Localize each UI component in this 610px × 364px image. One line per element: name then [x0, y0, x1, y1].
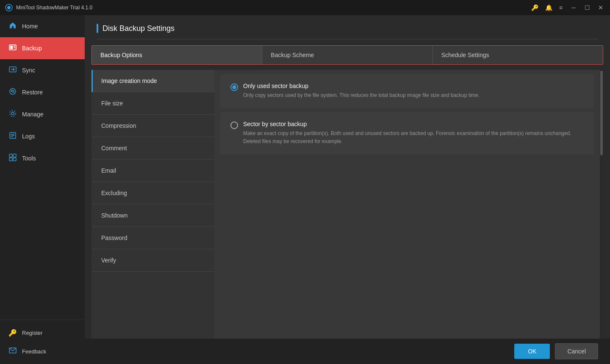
sidebar-label-restore: Restore	[22, 89, 43, 96]
titlebar-icon-group: 🔑 🔔 ≡	[531, 4, 563, 11]
register-icon: 🔑	[8, 329, 17, 337]
options-panel: Only used sector backup Only copy sector…	[214, 70, 600, 339]
tab-backup-scheme[interactable]: Backup Scheme	[262, 46, 433, 64]
sidebar-item-register[interactable]: 🔑 Register	[0, 323, 85, 342]
sidebar-label-logs: Logs	[22, 133, 35, 140]
radio-used-sector-content: Only used sector backup Only copy sector…	[243, 83, 480, 99]
svg-rect-14	[13, 158, 16, 161]
logs-icon	[8, 132, 17, 141]
options-item-verify[interactable]: Verify	[92, 249, 214, 272]
options-item-password[interactable]: Password	[92, 227, 214, 249]
restore-icon	[8, 88, 17, 97]
svg-rect-13	[9, 158, 12, 161]
scrollbar-thumb[interactable]	[600, 71, 603, 155]
page-header: Disk Backup Settings	[85, 15, 610, 45]
sidebar-nav: Home Backup	[0, 15, 85, 320]
options-item-comment[interactable]: Comment	[92, 137, 214, 160]
sidebar-label-backup: Backup	[22, 45, 42, 52]
options-item-compression[interactable]: Compression	[92, 115, 214, 137]
radio-sector-by-sector-desc: Make an exact copy of the partition(s). …	[243, 130, 584, 146]
page-title-row: Disk Backup Settings	[97, 24, 598, 39]
sidebar-item-feedback[interactable]: Feedback	[0, 342, 85, 361]
radio-row-sector-by-sector: Sector by sector backup Make an exact co…	[230, 121, 584, 146]
scrollbar-track[interactable]	[600, 70, 603, 339]
radio-row-used-sector: Only used sector backup Only copy sector…	[230, 83, 584, 99]
radio-used-sector-desc: Only copy sectors used by the file syste…	[243, 91, 480, 99]
manage-icon	[8, 110, 17, 119]
sidebar-bottom: 🔑 Register Feedback	[0, 320, 85, 364]
svg-rect-11	[9, 154, 12, 157]
svg-rect-12	[13, 154, 16, 157]
svg-point-9	[10, 110, 16, 116]
sync-icon	[8, 66, 17, 75]
menu-icon[interactable]: ≡	[559, 4, 563, 11]
radio-sector-by-sector-label: Sector by sector backup	[243, 121, 584, 127]
svg-point-8	[11, 112, 14, 115]
feedback-icon	[8, 347, 17, 355]
dialog-body: Image creation mode File size Compressio…	[92, 70, 603, 339]
radio-used-sector[interactable]	[230, 83, 238, 91]
close-button[interactable]: ✕	[596, 4, 605, 11]
tab-schedule-settings[interactable]: Schedule Settings	[433, 46, 603, 64]
page-title: Disk Backup Settings	[103, 24, 175, 33]
sidebar-label-home: Home	[22, 23, 38, 30]
options-item-shutdown[interactable]: Shutdown	[92, 204, 214, 227]
options-item-file-size[interactable]: File size	[92, 92, 214, 115]
maximize-button[interactable]: ☐	[583, 4, 591, 11]
sidebar-item-home[interactable]: Home	[0, 15, 85, 37]
key-icon[interactable]: 🔑	[531, 4, 538, 11]
notification-icon[interactable]: 🔔	[545, 4, 552, 11]
backup-icon	[8, 44, 17, 53]
sidebar-item-tools[interactable]: Tools	[0, 147, 85, 169]
option-card-sector-by-sector: Sector by sector backup Make an exact co…	[220, 112, 594, 154]
option-card-used-sector: Only used sector backup Only copy sector…	[220, 74, 594, 108]
home-icon	[8, 22, 17, 31]
titlebar: MiniTool ShadowMaker Trial 4.1.0 🔑 🔔 ≡ ─…	[0, 0, 610, 15]
sidebar-label-tools: Tools	[22, 155, 36, 162]
sidebar-label-sync: Sync	[22, 67, 35, 74]
sidebar: Home Backup	[0, 15, 85, 364]
sidebar-item-logs[interactable]: Logs	[0, 125, 85, 147]
svg-rect-3	[10, 46, 13, 49]
sidebar-label-feedback: Feedback	[22, 348, 46, 355]
radio-used-sector-label: Only used sector backup	[243, 83, 480, 89]
tab-bar: Backup Options Backup Scheme Schedule Se…	[92, 45, 603, 65]
footer: OK Cancel	[85, 339, 610, 364]
tab-backup-options[interactable]: Backup Options	[92, 46, 262, 64]
app-title: MiniTool ShadowMaker Trial 4.1.0	[16, 5, 531, 11]
sidebar-item-sync[interactable]: Sync	[0, 59, 85, 81]
svg-rect-4	[14, 46, 15, 47]
options-item-image-creation-mode[interactable]: Image creation mode	[92, 70, 214, 92]
page-title-accent	[97, 24, 98, 33]
sidebar-item-backup[interactable]: Backup	[0, 37, 85, 59]
sidebar-item-restore[interactable]: Restore	[0, 81, 85, 103]
options-list: Image creation mode File size Compressio…	[92, 70, 214, 339]
radio-sector-by-sector-content: Sector by sector backup Make an exact co…	[243, 121, 584, 146]
sidebar-label-manage: Manage	[22, 111, 44, 118]
svg-point-1	[7, 6, 11, 9]
cancel-button[interactable]: Cancel	[555, 343, 598, 359]
app-logo-icon	[5, 4, 13, 11]
radio-sector-by-sector[interactable]	[230, 121, 238, 129]
options-item-excluding[interactable]: Excluding	[92, 182, 214, 204]
tools-icon	[8, 154, 17, 163]
options-item-email[interactable]: Email	[92, 160, 214, 182]
ok-button[interactable]: OK	[514, 344, 550, 359]
main-content: Disk Backup Settings Backup Options Back…	[85, 15, 610, 364]
minimize-button[interactable]: ─	[569, 4, 578, 11]
svg-rect-5	[14, 47, 15, 48]
app-body: Home Backup	[0, 15, 610, 364]
sidebar-item-manage[interactable]: Manage	[0, 103, 85, 125]
sidebar-label-register: Register	[22, 330, 42, 336]
window-controls: ─ ☐ ✕	[569, 4, 605, 11]
